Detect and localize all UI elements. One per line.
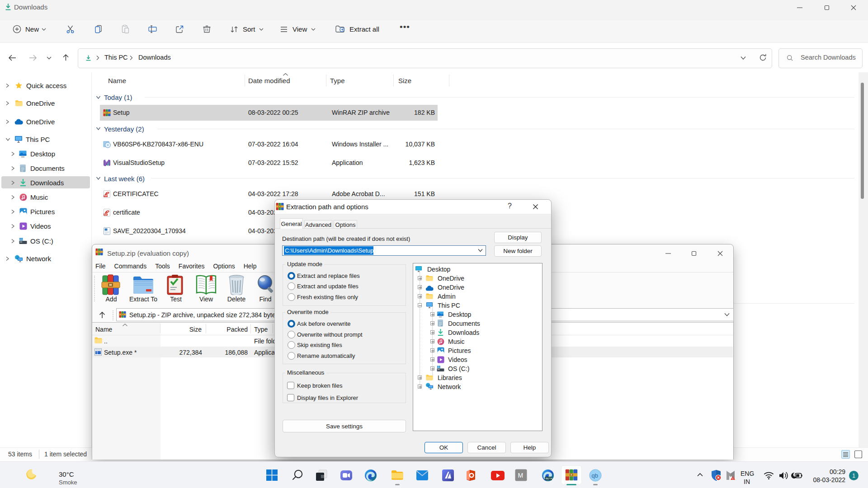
svg-text:qb: qb <box>592 472 598 479</box>
svg-text:BETA: BETA <box>546 477 552 480</box>
svg-text:PDF: PDF <box>104 214 108 216</box>
svg-text:M: M <box>518 472 524 479</box>
svg-text:PDF: PDF <box>104 195 108 197</box>
